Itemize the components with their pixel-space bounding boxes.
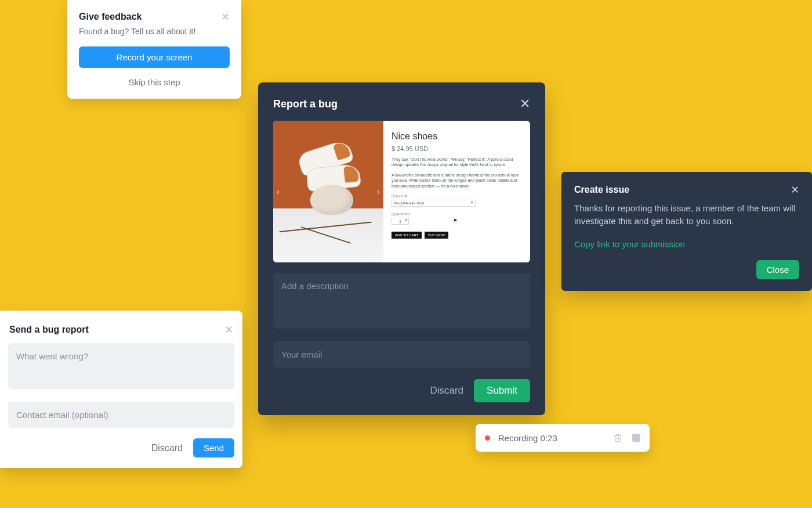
bug-report-title: Send a bug report (9, 325, 89, 335)
attached-screenshot: ‹ › Nice shoes $ 24.95 USD They say, "Do… (273, 121, 530, 262)
discard-button[interactable]: Discard (430, 385, 463, 397)
contact-email-input[interactable] (8, 402, 234, 428)
screenshot-product-image: ‹ › (273, 121, 383, 262)
close-icon[interactable]: ✕ (791, 185, 799, 195)
report-bug-title: Report a bug (273, 98, 338, 110)
recording-label: Recording 0:23 (498, 433, 603, 443)
carousel-next-icon: › (377, 187, 380, 196)
cursor-icon: ➤ (453, 217, 458, 223)
copy-submission-link[interactable]: Copy link to your submission (574, 239, 685, 249)
close-icon[interactable]: ✕ (520, 98, 530, 110)
create-issue-body: Thanks for reporting this issue, a membe… (574, 202, 799, 228)
decor-twig (279, 222, 371, 232)
recording-bar: Recording 0:23 (476, 424, 650, 452)
close-button[interactable]: Close (756, 260, 799, 279)
create-issue-toast: Create issue ✕ Thanks for reporting this… (561, 172, 812, 291)
feedback-subtitle: Found a bug? Tell us all about it! (79, 27, 230, 36)
send-button[interactable]: Send (193, 438, 234, 457)
close-icon[interactable]: ✕ (221, 12, 230, 22)
submit-button[interactable]: Submit (474, 379, 530, 402)
product-price: $ 24.95 USD (392, 145, 522, 152)
product-description: A low-profile silhouette and durable des… (392, 172, 522, 189)
colour-select: Black/Metallic Gold (392, 200, 476, 207)
send-bug-report-card: Send a bug report ✕ Discard Send (0, 311, 242, 468)
give-feedback-card: Give feedback ✕ Found a bug? Tell us all… (67, 0, 241, 99)
product-description: They say, "Don't fix what works". We say… (392, 157, 522, 168)
stop-icon[interactable] (632, 434, 640, 442)
report-email-input[interactable] (273, 341, 530, 368)
report-description-input[interactable] (273, 273, 530, 329)
decor-twig (301, 226, 351, 243)
recording-indicator-icon (485, 435, 490, 441)
create-issue-title: Create issue (574, 185, 629, 195)
carousel-prev-icon: ‹ (277, 187, 280, 196)
report-bug-modal: Report a bug ✕ ‹ › Nice shoes $ 24.95 US… (258, 82, 545, 415)
close-icon[interactable]: ✕ (224, 325, 233, 335)
screenshot-product-details: Nice shoes $ 24.95 USD They say, "Don't … (383, 121, 530, 262)
discard-button[interactable]: Discard (151, 443, 183, 453)
quantity-input: 1 (392, 218, 409, 225)
skip-step-link[interactable]: Skip this step (79, 77, 230, 87)
buy-now-button: BUY NOW (425, 232, 448, 239)
feedback-title: Give feedback (79, 12, 142, 22)
quantity-label: QUANTITY (392, 212, 522, 216)
add-to-cart-button: ADD TO CART (392, 232, 422, 239)
record-screen-button[interactable]: Record your screen (79, 46, 230, 68)
product-title: Nice shoes (392, 131, 522, 142)
trash-icon[interactable] (611, 431, 624, 444)
bug-description-input[interactable] (8, 343, 234, 389)
colour-label: COLOUR (392, 194, 522, 198)
